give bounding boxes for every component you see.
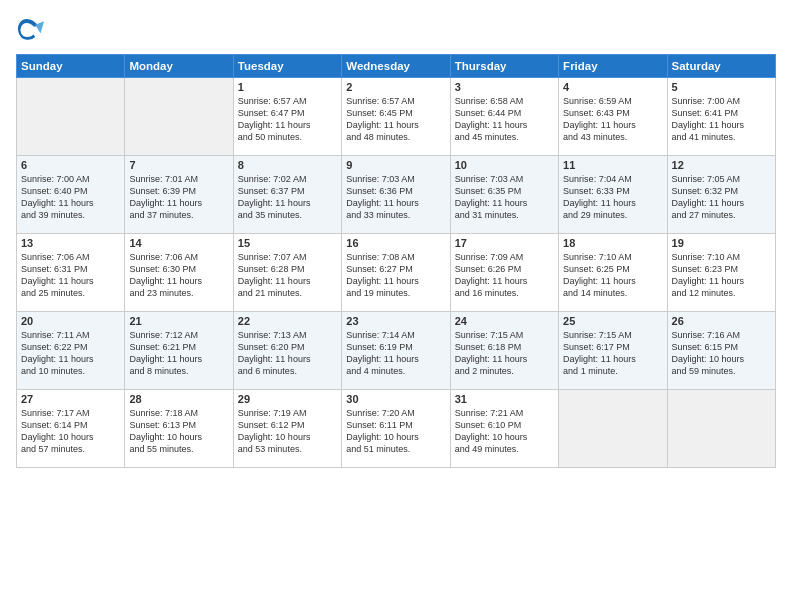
header — [16, 16, 776, 44]
calendar-cell: 8Sunrise: 7:02 AM Sunset: 6:37 PM Daylig… — [233, 156, 341, 234]
day-info: Sunrise: 7:21 AM Sunset: 6:10 PM Dayligh… — [455, 407, 554, 456]
week-row-1: 1Sunrise: 6:57 AM Sunset: 6:47 PM Daylig… — [17, 78, 776, 156]
day-info: Sunrise: 7:20 AM Sunset: 6:11 PM Dayligh… — [346, 407, 445, 456]
day-info: Sunrise: 7:16 AM Sunset: 6:15 PM Dayligh… — [672, 329, 771, 378]
day-number: 5 — [672, 81, 771, 93]
weekday-header-thursday: Thursday — [450, 55, 558, 78]
calendar-cell: 19Sunrise: 7:10 AM Sunset: 6:23 PM Dayli… — [667, 234, 775, 312]
day-number: 19 — [672, 237, 771, 249]
calendar-cell: 16Sunrise: 7:08 AM Sunset: 6:27 PM Dayli… — [342, 234, 450, 312]
day-info: Sunrise: 7:10 AM Sunset: 6:23 PM Dayligh… — [672, 251, 771, 300]
day-info: Sunrise: 7:03 AM Sunset: 6:36 PM Dayligh… — [346, 173, 445, 222]
calendar-cell: 1Sunrise: 6:57 AM Sunset: 6:47 PM Daylig… — [233, 78, 341, 156]
weekday-header-tuesday: Tuesday — [233, 55, 341, 78]
day-info: Sunrise: 7:06 AM Sunset: 6:30 PM Dayligh… — [129, 251, 228, 300]
calendar-cell: 25Sunrise: 7:15 AM Sunset: 6:17 PM Dayli… — [559, 312, 667, 390]
day-info: Sunrise: 7:00 AM Sunset: 6:41 PM Dayligh… — [672, 95, 771, 144]
calendar-cell: 20Sunrise: 7:11 AM Sunset: 6:22 PM Dayli… — [17, 312, 125, 390]
weekday-header-sunday: Sunday — [17, 55, 125, 78]
day-number: 15 — [238, 237, 337, 249]
calendar-cell: 26Sunrise: 7:16 AM Sunset: 6:15 PM Dayli… — [667, 312, 775, 390]
calendar-cell: 21Sunrise: 7:12 AM Sunset: 6:21 PM Dayli… — [125, 312, 233, 390]
day-info: Sunrise: 7:02 AM Sunset: 6:37 PM Dayligh… — [238, 173, 337, 222]
calendar-cell: 23Sunrise: 7:14 AM Sunset: 6:19 PM Dayli… — [342, 312, 450, 390]
day-number: 28 — [129, 393, 228, 405]
day-number: 3 — [455, 81, 554, 93]
day-number: 29 — [238, 393, 337, 405]
day-info: Sunrise: 7:01 AM Sunset: 6:39 PM Dayligh… — [129, 173, 228, 222]
day-number: 9 — [346, 159, 445, 171]
day-number: 24 — [455, 315, 554, 327]
day-number: 23 — [346, 315, 445, 327]
day-info: Sunrise: 7:09 AM Sunset: 6:26 PM Dayligh… — [455, 251, 554, 300]
day-info: Sunrise: 7:15 AM Sunset: 6:17 PM Dayligh… — [563, 329, 662, 378]
calendar-cell: 24Sunrise: 7:15 AM Sunset: 6:18 PM Dayli… — [450, 312, 558, 390]
week-row-3: 13Sunrise: 7:06 AM Sunset: 6:31 PM Dayli… — [17, 234, 776, 312]
weekday-header-monday: Monday — [125, 55, 233, 78]
weekday-header-saturday: Saturday — [667, 55, 775, 78]
day-number: 10 — [455, 159, 554, 171]
day-info: Sunrise: 7:18 AM Sunset: 6:13 PM Dayligh… — [129, 407, 228, 456]
header-row: SundayMondayTuesdayWednesdayThursdayFrid… — [17, 55, 776, 78]
page: SundayMondayTuesdayWednesdayThursdayFrid… — [0, 0, 792, 612]
day-number: 13 — [21, 237, 120, 249]
day-info: Sunrise: 7:19 AM Sunset: 6:12 PM Dayligh… — [238, 407, 337, 456]
week-row-2: 6Sunrise: 7:00 AM Sunset: 6:40 PM Daylig… — [17, 156, 776, 234]
day-number: 7 — [129, 159, 228, 171]
day-info: Sunrise: 7:17 AM Sunset: 6:14 PM Dayligh… — [21, 407, 120, 456]
day-info: Sunrise: 7:11 AM Sunset: 6:22 PM Dayligh… — [21, 329, 120, 378]
calendar-cell: 6Sunrise: 7:00 AM Sunset: 6:40 PM Daylig… — [17, 156, 125, 234]
calendar-cell: 3Sunrise: 6:58 AM Sunset: 6:44 PM Daylig… — [450, 78, 558, 156]
day-info: Sunrise: 7:03 AM Sunset: 6:35 PM Dayligh… — [455, 173, 554, 222]
day-info: Sunrise: 7:05 AM Sunset: 6:32 PM Dayligh… — [672, 173, 771, 222]
day-number: 22 — [238, 315, 337, 327]
weekday-header-wednesday: Wednesday — [342, 55, 450, 78]
day-number: 1 — [238, 81, 337, 93]
logo — [16, 16, 46, 44]
day-info: Sunrise: 6:57 AM Sunset: 6:47 PM Dayligh… — [238, 95, 337, 144]
day-number: 26 — [672, 315, 771, 327]
day-info: Sunrise: 7:15 AM Sunset: 6:18 PM Dayligh… — [455, 329, 554, 378]
day-info: Sunrise: 7:00 AM Sunset: 6:40 PM Dayligh… — [21, 173, 120, 222]
calendar-cell: 15Sunrise: 7:07 AM Sunset: 6:28 PM Dayli… — [233, 234, 341, 312]
day-number: 12 — [672, 159, 771, 171]
day-number: 6 — [21, 159, 120, 171]
calendar-cell: 14Sunrise: 7:06 AM Sunset: 6:30 PM Dayli… — [125, 234, 233, 312]
day-number: 30 — [346, 393, 445, 405]
day-info: Sunrise: 7:07 AM Sunset: 6:28 PM Dayligh… — [238, 251, 337, 300]
calendar-cell: 18Sunrise: 7:10 AM Sunset: 6:25 PM Dayli… — [559, 234, 667, 312]
day-info: Sunrise: 7:08 AM Sunset: 6:27 PM Dayligh… — [346, 251, 445, 300]
day-info: Sunrise: 7:14 AM Sunset: 6:19 PM Dayligh… — [346, 329, 445, 378]
day-number: 20 — [21, 315, 120, 327]
calendar-cell — [667, 390, 775, 468]
day-number: 14 — [129, 237, 228, 249]
weekday-header-friday: Friday — [559, 55, 667, 78]
calendar-cell: 9Sunrise: 7:03 AM Sunset: 6:36 PM Daylig… — [342, 156, 450, 234]
calendar-cell: 22Sunrise: 7:13 AM Sunset: 6:20 PM Dayli… — [233, 312, 341, 390]
calendar-cell: 2Sunrise: 6:57 AM Sunset: 6:45 PM Daylig… — [342, 78, 450, 156]
calendar-cell: 5Sunrise: 7:00 AM Sunset: 6:41 PM Daylig… — [667, 78, 775, 156]
calendar-cell: 17Sunrise: 7:09 AM Sunset: 6:26 PM Dayli… — [450, 234, 558, 312]
calendar-cell: 28Sunrise: 7:18 AM Sunset: 6:13 PM Dayli… — [125, 390, 233, 468]
calendar-cell: 7Sunrise: 7:01 AM Sunset: 6:39 PM Daylig… — [125, 156, 233, 234]
day-info: Sunrise: 7:04 AM Sunset: 6:33 PM Dayligh… — [563, 173, 662, 222]
day-number: 16 — [346, 237, 445, 249]
day-info: Sunrise: 6:59 AM Sunset: 6:43 PM Dayligh… — [563, 95, 662, 144]
day-number: 2 — [346, 81, 445, 93]
week-row-5: 27Sunrise: 7:17 AM Sunset: 6:14 PM Dayli… — [17, 390, 776, 468]
day-number: 25 — [563, 315, 662, 327]
calendar-cell: 11Sunrise: 7:04 AM Sunset: 6:33 PM Dayli… — [559, 156, 667, 234]
calendar-cell: 10Sunrise: 7:03 AM Sunset: 6:35 PM Dayli… — [450, 156, 558, 234]
calendar-cell — [559, 390, 667, 468]
day-info: Sunrise: 6:58 AM Sunset: 6:44 PM Dayligh… — [455, 95, 554, 144]
calendar-cell: 27Sunrise: 7:17 AM Sunset: 6:14 PM Dayli… — [17, 390, 125, 468]
day-number: 8 — [238, 159, 337, 171]
calendar: SundayMondayTuesdayWednesdayThursdayFrid… — [16, 54, 776, 468]
day-info: Sunrise: 6:57 AM Sunset: 6:45 PM Dayligh… — [346, 95, 445, 144]
logo-icon — [16, 16, 44, 44]
day-number: 27 — [21, 393, 120, 405]
day-info: Sunrise: 7:13 AM Sunset: 6:20 PM Dayligh… — [238, 329, 337, 378]
calendar-cell — [125, 78, 233, 156]
day-number: 21 — [129, 315, 228, 327]
calendar-cell: 31Sunrise: 7:21 AM Sunset: 6:10 PM Dayli… — [450, 390, 558, 468]
